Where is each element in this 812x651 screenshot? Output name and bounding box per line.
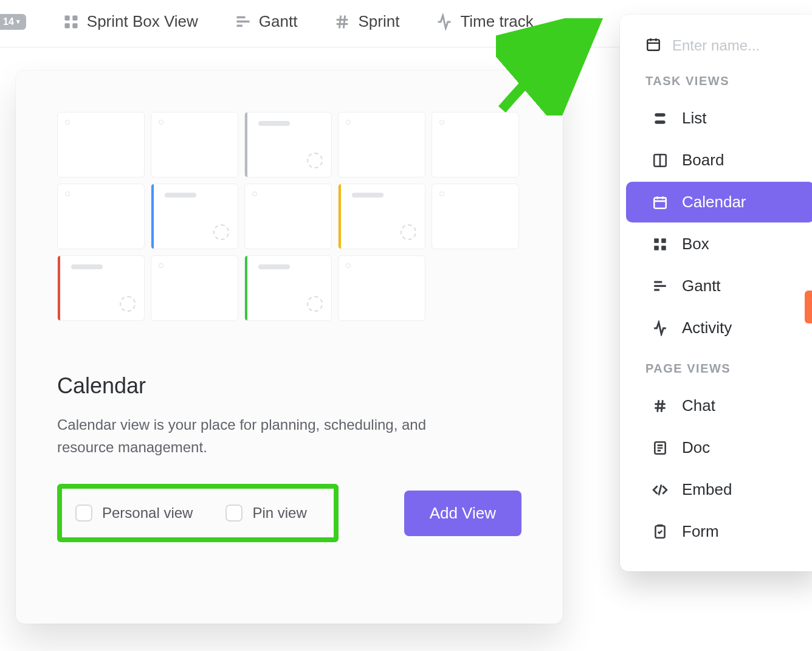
svg-rect-17 <box>654 284 666 286</box>
view-option-label: Calendar <box>682 193 746 212</box>
side-edge-handle[interactable] <box>805 291 812 323</box>
tab-badge: 14 ▾ <box>0 14 26 30</box>
box-grid-icon <box>63 13 80 30</box>
view-option-label: Gantt <box>682 277 721 295</box>
view-option-label: Embed <box>682 480 732 499</box>
svg-rect-0 <box>64 15 69 20</box>
svg-rect-6 <box>236 24 242 27</box>
svg-rect-2 <box>64 23 69 28</box>
svg-rect-16 <box>654 281 662 283</box>
gantt-icon <box>235 13 252 30</box>
svg-rect-7 <box>647 40 659 50</box>
calendar-preview <box>57 112 521 321</box>
tab-gantt[interactable]: Gantt <box>235 12 298 31</box>
view-option-label: Activity <box>682 319 732 337</box>
activity-icon <box>652 320 669 336</box>
view-option-board[interactable]: Board <box>626 140 812 181</box>
annotation-highlight: Personal view Pin view <box>57 484 339 542</box>
checkbox-label: Personal view <box>102 505 193 522</box>
view-option-label: Form <box>682 522 719 541</box>
svg-rect-11 <box>654 198 666 208</box>
doc-icon <box>652 440 669 456</box>
svg-rect-13 <box>661 238 666 243</box>
calendar-icon <box>645 36 661 55</box>
view-option-label: Board <box>682 151 724 170</box>
calendar-icon <box>652 195 669 210</box>
tab-label: Time track <box>460 12 533 31</box>
svg-rect-12 <box>654 238 659 243</box>
view-option-doc[interactable]: Doc <box>626 427 812 468</box>
tab-sprint-box-view[interactable]: Sprint Box View <box>63 12 198 31</box>
svg-rect-15 <box>661 246 666 250</box>
svg-rect-9 <box>655 120 665 123</box>
list-icon <box>652 111 669 126</box>
view-option-embed[interactable]: Embed <box>626 469 812 510</box>
checkbox-icon <box>225 505 243 522</box>
checkbox-icon <box>75 505 92 522</box>
view-option-label: Chat <box>682 396 715 415</box>
view-option-box[interactable]: Box <box>626 224 812 264</box>
view-picker-panel: TASK VIEWS List Board Calendar Box Gantt <box>620 15 812 571</box>
svg-rect-3 <box>72 23 77 28</box>
box-grid-icon <box>652 236 669 252</box>
svg-rect-4 <box>236 16 245 18</box>
section-heading-task-views: TASK VIEWS <box>620 62 812 97</box>
chevron-down-icon: ▾ <box>16 18 20 26</box>
add-view-modal: Calendar Calendar view is your place for… <box>16 71 563 624</box>
embed-icon <box>652 482 669 498</box>
tab-subtasks[interactable]: s 14 ▾ <box>0 12 26 31</box>
svg-rect-14 <box>654 246 659 250</box>
view-name-input-row <box>620 36 812 62</box>
view-option-label: Doc <box>682 438 710 457</box>
tab-label: Sprint <box>358 12 399 31</box>
add-view-button[interactable]: Add View <box>404 491 521 536</box>
view-option-label: Box <box>682 235 709 253</box>
section-heading-page-views: PAGE VIEWS <box>620 350 812 384</box>
svg-rect-1 <box>72 15 77 20</box>
modal-title: Calendar <box>57 373 521 399</box>
modal-footer: Personal view Pin view Add View <box>57 484 521 542</box>
tab-label: Sprint Box View <box>87 12 198 31</box>
svg-rect-5 <box>236 20 249 22</box>
tab-sprint[interactable]: Sprint <box>334 12 399 31</box>
hash-icon <box>334 13 351 30</box>
view-option-chat[interactable]: Chat <box>626 385 812 426</box>
view-option-list[interactable]: List <box>626 98 812 139</box>
modal-description: Calendar view is your place for planning… <box>57 413 464 458</box>
tab-time-tracking[interactable]: Time track <box>436 12 533 31</box>
view-option-calendar[interactable]: Calendar <box>626 182 812 222</box>
svg-rect-8 <box>655 113 665 116</box>
board-icon <box>652 153 669 168</box>
view-option-gantt[interactable]: Gantt <box>626 266 812 306</box>
gantt-icon <box>652 278 669 294</box>
view-option-form[interactable]: Form <box>626 511 812 552</box>
checkbox-label: Pin view <box>252 505 306 522</box>
view-option-activity[interactable]: Activity <box>626 308 812 348</box>
checkbox-personal-view[interactable]: Personal view <box>75 505 193 522</box>
svg-rect-18 <box>654 289 659 291</box>
activity-icon <box>436 13 453 30</box>
checkbox-pin-view[interactable]: Pin view <box>225 505 306 522</box>
view-name-input[interactable] <box>672 37 802 54</box>
hash-icon <box>652 398 669 414</box>
tab-label: Gantt <box>259 12 298 31</box>
form-icon <box>652 524 669 540</box>
view-option-label: List <box>682 109 706 128</box>
